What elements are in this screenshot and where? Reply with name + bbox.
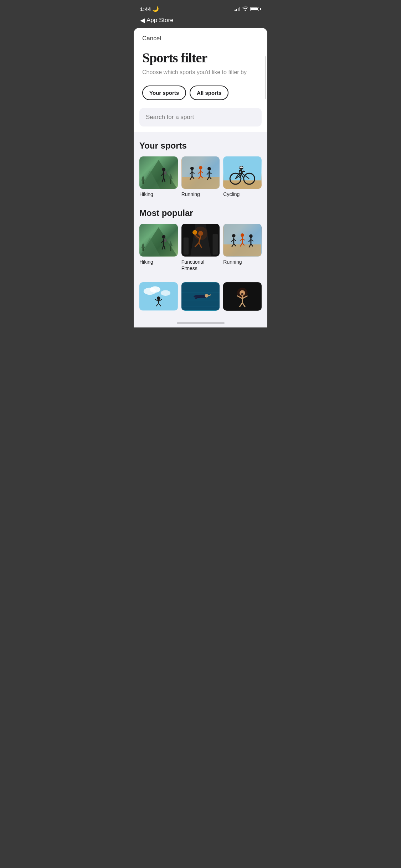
sport-label-cycling-your: Cycling bbox=[223, 191, 240, 197]
svg-point-90 bbox=[249, 234, 253, 238]
sheet-title: Sports filter bbox=[142, 51, 259, 66]
sport-card-cycling-your[interactable]: Cycling bbox=[223, 156, 262, 198]
home-indicator bbox=[134, 319, 267, 327]
svg-marker-3 bbox=[142, 175, 145, 180]
sport-card-running-popular[interactable]: Running bbox=[223, 224, 262, 272]
sheet-header: Cancel Sports filter Choose which sports… bbox=[134, 28, 267, 76]
app-nav-bar: ◀ App Store bbox=[134, 16, 267, 28]
svg-point-15 bbox=[190, 167, 194, 170]
sport-image-pool bbox=[181, 282, 220, 311]
filter-tabs: Your sports All sports bbox=[134, 86, 267, 100]
status-time: 1:44 🌙 bbox=[140, 6, 159, 12]
tab-your-sports[interactable]: Your sports bbox=[142, 86, 186, 100]
sport-image-running-popular bbox=[223, 224, 262, 257]
svg-point-100 bbox=[157, 296, 160, 300]
moon-icon: 🌙 bbox=[152, 6, 159, 12]
your-sports-title: Your sports bbox=[139, 141, 262, 151]
scrollbar[interactable] bbox=[265, 56, 266, 99]
home-bar bbox=[177, 322, 225, 324]
svg-point-122 bbox=[237, 288, 247, 298]
content-area: Your sports bbox=[134, 132, 267, 319]
cancel-button[interactable]: Cancel bbox=[142, 35, 161, 42]
svg-point-75 bbox=[194, 227, 207, 241]
svg-point-27 bbox=[207, 167, 211, 171]
battery-icon bbox=[250, 7, 261, 11]
svg-marker-53 bbox=[142, 243, 145, 248]
most-popular-grid: Hiking bbox=[139, 224, 262, 272]
svg-rect-73 bbox=[183, 238, 188, 255]
sport-image-hiking bbox=[139, 156, 178, 189]
svg-rect-34 bbox=[223, 180, 261, 189]
svg-point-78 bbox=[232, 234, 236, 238]
search-input[interactable] bbox=[146, 114, 255, 121]
sport-label-functional-popular: Functional Fitness bbox=[181, 259, 205, 271]
most-popular-title: Most popular bbox=[139, 208, 262, 218]
sport-card-hiking-your[interactable]: Hiking bbox=[139, 156, 178, 198]
svg-marker-5 bbox=[169, 174, 173, 179]
svg-point-98 bbox=[150, 286, 160, 293]
svg-point-56 bbox=[162, 235, 165, 239]
signal-icon bbox=[235, 7, 241, 11]
sport-image-cycling bbox=[223, 156, 262, 189]
sport-label-hiking-your: Hiking bbox=[139, 191, 153, 197]
svg-point-6 bbox=[162, 168, 165, 171]
sports-filter-sheet: Cancel Sports filter Choose which sports… bbox=[134, 28, 267, 327]
back-arrow-icon: ◀ bbox=[140, 16, 145, 24]
svg-marker-55 bbox=[169, 241, 173, 246]
svg-rect-12 bbox=[164, 171, 166, 175]
sport-card-hiking-popular[interactable]: Hiking bbox=[139, 224, 178, 272]
sport-image-sky bbox=[139, 282, 178, 311]
sport-card-pool[interactable] bbox=[181, 282, 220, 311]
svg-point-99 bbox=[161, 290, 170, 296]
svg-rect-74 bbox=[212, 234, 217, 255]
search-container bbox=[139, 108, 262, 126]
sport-card-functional-popular[interactable]: Functional Fitness bbox=[181, 224, 220, 272]
status-icons bbox=[235, 6, 261, 12]
sport-image-running bbox=[181, 156, 220, 189]
svg-point-21 bbox=[199, 166, 202, 170]
sport-card-dark[interactable] bbox=[223, 282, 262, 311]
bottom-sports-row bbox=[139, 282, 262, 311]
sport-image-dark bbox=[223, 282, 262, 311]
sheet-subtitle: Choose which sports you'd like to filter… bbox=[142, 69, 259, 76]
sport-image-hiking-popular bbox=[139, 224, 178, 257]
your-sports-grid: Hiking bbox=[139, 156, 262, 198]
svg-rect-62 bbox=[164, 239, 166, 242]
svg-rect-13 bbox=[182, 177, 220, 189]
svg-point-84 bbox=[241, 233, 244, 237]
sport-label-running-your: Running bbox=[181, 191, 200, 197]
sport-card-running-your[interactable]: Running bbox=[181, 156, 220, 198]
sport-label-running-popular: Running bbox=[223, 259, 242, 265]
status-bar: 1:44 🌙 bbox=[134, 0, 267, 16]
app-store-label[interactable]: App Store bbox=[146, 17, 174, 24]
tab-all-sports[interactable]: All sports bbox=[190, 86, 228, 100]
sport-label-hiking-popular: Hiking bbox=[139, 259, 153, 265]
sport-image-functional bbox=[181, 224, 220, 257]
svg-rect-76 bbox=[223, 244, 261, 257]
wifi-icon bbox=[242, 6, 248, 12]
sport-card-sky[interactable] bbox=[139, 282, 178, 311]
